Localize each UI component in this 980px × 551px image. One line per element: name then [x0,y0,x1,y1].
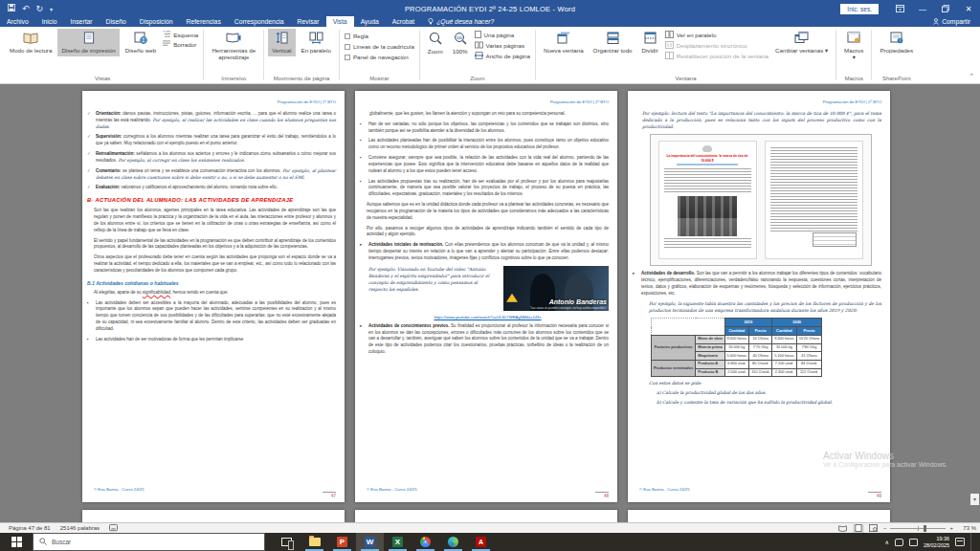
tab-diseno[interactable]: Diseño [100,16,133,27]
group-label-ventana: Ventana [539,75,833,83]
page-indicator[interactable]: Página 47 de 81 [4,525,56,531]
arrange-all-button[interactable]: Organizar todo [590,29,636,56]
print-layout-button[interactable]: Diseño de impresión [57,29,119,56]
powerpoint-icon[interactable]: P [328,533,356,551]
tab-correspondencia[interactable]: Correspondencia [228,16,291,27]
tab-vista[interactable]: Vista [326,16,354,27]
zoom-slider[interactable]: − + [883,525,953,531]
word-icon[interactable]: W [356,533,384,551]
excel-icon[interactable]: X [384,533,412,551]
tab-inicio[interactable]: Inicio [35,16,64,27]
zoom-100-button[interactable]: 100 100% [449,29,472,57]
switch-windows-icon [794,32,809,45]
page-icon [83,32,95,45]
customize-qat-icon[interactable]: ▾ [50,6,53,12]
view-side-by-side-button[interactable]: Ver en paralelo [665,31,768,39]
figure-text-lines [664,168,751,193]
switch-windows-button[interactable]: Cambiar ventanas ▾ [771,29,832,56]
new-window-button[interactable]: Nueva ventana [540,29,588,56]
youtube-link[interactable]: https://www.youtube.com/watch?v=ULSLYMRA… [367,315,609,320]
collapse-ribbon-icon[interactable]: ⌃ [969,73,974,80]
outline-view-button[interactable]: Esquema [163,31,198,38]
production-table: 20192020CantidadPrecioCantidadPrecioFact… [651,318,822,377]
square-bullet-icon: ▪ [360,138,368,151]
tray-expand-icon[interactable]: ∧ [885,539,889,545]
tab-referencias[interactable]: Referencias [180,16,228,27]
split-button[interactable]: Dividir [638,29,662,56]
page-width-button[interactable]: Ancho de página [475,52,530,60]
example-text: a) Calcule la productividad global de lo… [657,390,881,397]
square-bullet-icon: ▪ [87,300,96,333]
side-to-side-button[interactable]: En paralelo [298,29,335,56]
square-bullet-icon: ▪ [360,155,368,174]
scroll-down-icon[interactable]: ▾ [970,494,979,505]
sign-in-button[interactable]: Inic. ses. [840,4,879,14]
draft-view-button[interactable]: Borrador [163,40,198,48]
tab-disposicion[interactable]: Disposición [133,16,180,27]
multiple-pages-button[interactable]: Varias páginas [475,41,530,50]
one-page-button[interactable]: Una página [475,31,530,39]
ribbon-group-inmersivo: Herramientas de aprendizaje Inmersivo [204,27,263,83]
tab-revisar[interactable]: Revisar [291,16,326,27]
chrome-icon[interactable] [412,533,439,551]
zoom-out-icon[interactable]: − [883,525,887,531]
proofing-icon[interactable] [104,524,122,533]
web-layout-button[interactable]: Diseño web [122,29,160,56]
properties-button[interactable]: i Propiedades [876,29,917,56]
page-number: 49 [868,492,881,498]
edge-browser-icon[interactable] [439,533,467,551]
ruler-checkbox[interactable]: Regla [345,33,414,39]
gridlines-checkbox[interactable]: Líneas de la cuadrícula [345,43,414,50]
task-view-icon[interactable] [273,533,301,551]
vertical-movement-button[interactable]: Vertical [268,29,295,56]
ribbon-group-ventana: Nueva ventana Organizar todo Dividir Ver… [536,27,835,83]
minimize-button[interactable]: — [911,0,934,17]
web-layout-view-icon[interactable] [868,524,880,533]
square-bullet-icon: ▪ [87,337,96,343]
action-center-icon[interactable] [955,538,965,546]
taskbar-clock[interactable]: 19:36 28/02/2025 [924,536,949,549]
youtube-video-thumbnail[interactable]: Antonio Banderas "Las cosas se pueden co… [503,266,609,311]
embedded-document-figure[interactable]: La importancia del conocimiento: la marc… [650,134,872,266]
zoom-percentage[interactable]: 73 % [957,525,976,531]
macros-button[interactable]: Macros▾ [840,29,867,63]
file-explorer-icon[interactable] [301,533,328,551]
acrobat-icon[interactable]: A [467,533,495,551]
vertical-scrollbar[interactable]: ▾ [970,84,980,522]
document-canvas: Programación de EYDI | 2º BTO ✓Orientaci… [0,84,980,522]
checkbox-icon [345,44,350,50]
read-mode-view-icon[interactable] [837,524,849,533]
tray-status-icon[interactable] [909,539,918,546]
read-mode-button[interactable]: Modo de lectura [6,29,56,56]
start-button[interactable] [0,533,33,551]
navigation-pane-checkbox[interactable]: Panel de navegación [345,54,414,60]
redo-icon[interactable]: ↻ [36,4,44,13]
taskbar-search-input[interactable]: Buscar [33,533,265,551]
tell-me-box[interactable]: ¿Qué desea hacer? [421,16,501,27]
show-desktop-button[interactable] [970,533,974,551]
learning-tools-button[interactable]: Herramientas de aprendizaje [208,29,259,63]
word-count[interactable]: 25146 palabras [56,525,104,531]
tab-acrobat[interactable]: Acrobat [386,16,421,27]
tab-insertar[interactable]: Insertar [64,16,100,27]
save-icon[interactable] [8,4,15,13]
ribbon-display-options-icon[interactable] [888,0,911,17]
titlebar: ↶ ↻ ▾ PROGRAMACIÓN EYDI 2º 24-25 LOMLOE … [0,0,980,17]
zoom-button[interactable]: Zoom [424,29,447,57]
undo-icon[interactable]: ↶ [22,4,30,13]
tab-ayuda[interactable]: Ayuda [354,16,386,27]
reset-window-position-button[interactable]: Restablecer posición de la ventana [665,52,768,60]
next-page-row [82,510,890,522]
sync-scroll-button[interactable]: Desplazamiento sincrónico [665,41,768,50]
zoom-in-icon[interactable]: + [949,525,953,531]
arrow-bullet-icon: ▸ [360,323,368,356]
zoom-slider-thumb[interactable] [924,525,926,532]
print-layout-view-icon[interactable] [853,524,864,533]
chat-icon[interactable] [895,539,903,546]
reset-position-icon [665,52,674,60]
close-button[interactable]: ✕ [957,0,980,17]
share-button[interactable]: Compartir [924,16,980,27]
taskbar: Buscar PWXA ∧ 19:36 28/02/2025 [0,533,980,551]
tab-archivo[interactable]: Archivo [0,16,35,27]
restore-button[interactable] [934,0,957,17]
